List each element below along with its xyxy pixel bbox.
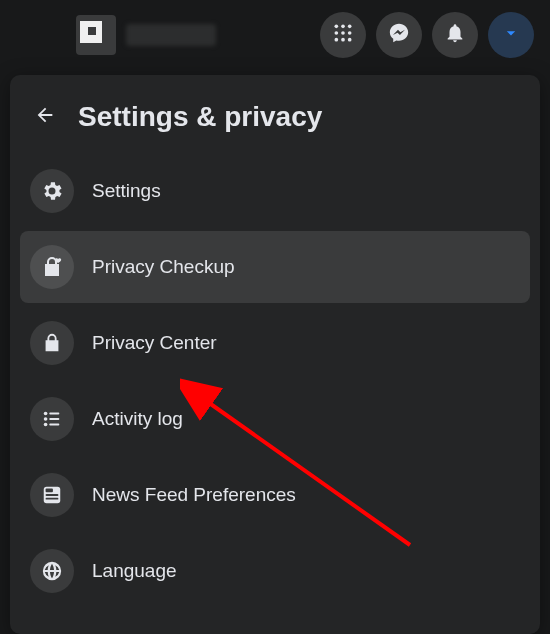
notifications-button[interactable] [432, 12, 478, 58]
menu-label: Settings [92, 180, 161, 202]
menu-item-news-feed-preferences[interactable]: News Feed Preferences [20, 459, 530, 531]
svg-point-9 [44, 412, 48, 416]
bell-icon [444, 22, 466, 48]
gear-icon [30, 169, 74, 213]
profile-chip[interactable] [76, 15, 216, 55]
menu-list: Settings Privacy Checkup Privacy Center … [20, 155, 530, 607]
menu-label: News Feed Preferences [92, 484, 296, 506]
svg-rect-16 [46, 489, 53, 493]
messenger-button[interactable] [376, 12, 422, 58]
arrow-left-icon [34, 104, 56, 130]
svg-point-2 [348, 25, 352, 29]
svg-rect-12 [49, 413, 59, 415]
svg-point-1 [341, 25, 345, 29]
menu-item-settings[interactable]: Settings [20, 155, 530, 227]
menu-item-privacy-checkup[interactable]: Privacy Checkup [20, 231, 530, 303]
svg-rect-13 [49, 418, 59, 420]
svg-point-11 [44, 423, 48, 427]
svg-rect-17 [46, 494, 59, 496]
back-button[interactable] [30, 102, 60, 132]
lock-icon [30, 321, 74, 365]
menu-label: Privacy Checkup [92, 256, 235, 278]
globe-icon [30, 549, 74, 593]
svg-point-3 [335, 31, 339, 35]
settings-privacy-panel: Settings & privacy Settings Privacy Chec… [10, 75, 540, 634]
top-bar [0, 0, 550, 70]
svg-point-10 [44, 417, 48, 421]
svg-point-6 [335, 38, 339, 42]
topbar-actions [320, 12, 534, 58]
svg-rect-14 [49, 424, 59, 426]
panel-title: Settings & privacy [78, 101, 322, 133]
menu-item-language[interactable]: Language [20, 535, 530, 607]
username-obscured [126, 24, 216, 46]
account-dropdown-button[interactable] [488, 12, 534, 58]
svg-point-4 [341, 31, 345, 35]
menu-item-activity-log[interactable]: Activity log [20, 383, 530, 455]
svg-point-0 [335, 25, 339, 29]
avatar [76, 15, 116, 55]
menu-grid-button[interactable] [320, 12, 366, 58]
menu-item-privacy-center[interactable]: Privacy Center [20, 307, 530, 379]
svg-rect-18 [46, 498, 59, 500]
messenger-icon [388, 22, 410, 48]
panel-header: Settings & privacy [20, 93, 530, 151]
menu-label: Activity log [92, 408, 183, 430]
lock-heart-icon [30, 245, 74, 289]
caret-down-icon [501, 23, 521, 47]
svg-point-8 [348, 38, 352, 42]
list-icon [30, 397, 74, 441]
menu-label: Privacy Center [92, 332, 217, 354]
svg-point-7 [341, 38, 345, 42]
menu-label: Language [92, 560, 177, 582]
feed-icon [30, 473, 74, 517]
svg-point-5 [348, 31, 352, 35]
grid-icon [333, 23, 353, 47]
